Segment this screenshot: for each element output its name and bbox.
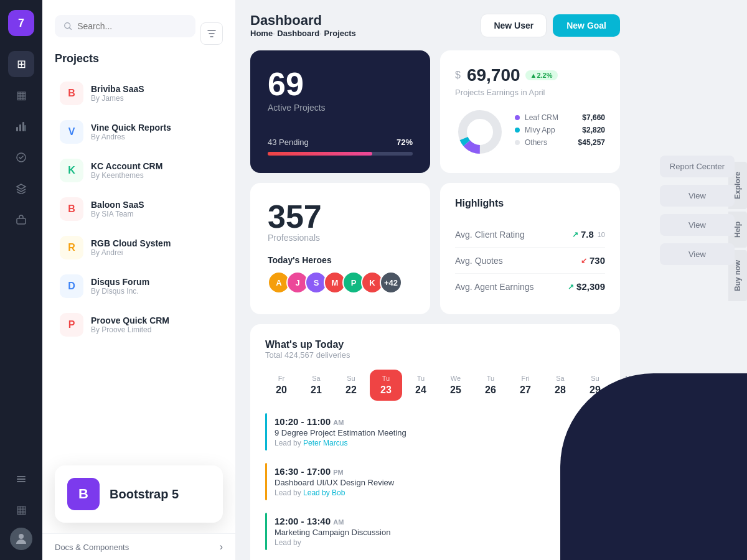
event-item: 12:00 - 13:40 AM Marketing Campaign Disc… [265, 513, 605, 550]
calendar-days[interactable]: Fr 20 Sa 21 Su 22 Tu 23 Tu 24 We 25 Tu 2… [265, 370, 605, 401]
new-user-button[interactable]: New User [481, 14, 547, 37]
sidebar-item-tasks[interactable] [8, 144, 34, 170]
day-name: Mo [621, 375, 635, 382]
svg-rect-7 [17, 478, 26, 480]
project-item[interactable]: B Briviba SaaS By James [55, 75, 223, 111]
calendar-day[interactable]: Fri 27 [509, 370, 542, 401]
view-button-3[interactable]: View [660, 243, 735, 265]
highlights-card: Highlights Avg. Client Rating ↗ 7.810 Av… [440, 183, 620, 314]
bottom-bar[interactable]: Docs & Components › [42, 533, 235, 560]
project-by: By Proove Limited [91, 325, 169, 334]
bottom-arrow-icon: › [220, 541, 223, 553]
project-icon: P [60, 313, 83, 337]
project-name: Baloon SaaS [91, 200, 144, 210]
hero-avatar: +42 [380, 271, 402, 294]
highlight-label: Avg. Client Rating [455, 230, 525, 240]
sidebar-item-briefcase[interactable] [8, 207, 34, 233]
event-lead-link[interactable]: Peter Marcus [303, 439, 347, 447]
day-number: 25 [447, 385, 464, 396]
project-info: KC Account CRM By Keenthemes [91, 161, 162, 180]
calendar-day[interactable]: Su 29 [579, 370, 611, 401]
sidebar-item-layers[interactable] [8, 175, 34, 202]
progress-bar-fill [268, 152, 372, 156]
calendar-day[interactable]: Tu 23 [370, 370, 402, 401]
view-button-1[interactable]: View [660, 185, 735, 207]
legend-value: $45,257 [578, 138, 605, 147]
project-icon: R [60, 236, 83, 259]
user-avatar[interactable] [10, 528, 32, 550]
events-list: 10:20 - 11:00 AM 9 Degree Project Estima… [265, 413, 605, 550]
project-icon: D [60, 274, 83, 298]
calendar-day[interactable]: Sa 28 [544, 370, 576, 401]
svg-rect-8 [17, 481, 26, 482]
search-input[interactable] [77, 21, 187, 31]
day-number: 28 [552, 385, 569, 396]
highlight-row: Avg. Quotes ↙ 730 [455, 248, 605, 274]
calendar-day[interactable]: Fr 20 [265, 370, 298, 401]
day-number: 26 [482, 385, 499, 396]
legend-dot [515, 115, 520, 120]
progress-pct: 72% [397, 138, 413, 147]
legend-name: Leaf CRM [515, 113, 558, 122]
new-goal-button[interactable]: New Goal [553, 14, 620, 37]
highlight-label: Avg. Quotes [455, 256, 503, 266]
day-name: Fr [273, 375, 290, 382]
calendar-day[interactable]: Su 22 [335, 370, 367, 401]
sidebar-item-settings[interactable] [8, 465, 34, 492]
sidebar-item-projects[interactable]: ⊞ [8, 51, 34, 77]
highlight-value: ↙ 730 [581, 255, 605, 266]
day-number: 24 [412, 385, 430, 396]
day-number: 22 [342, 385, 360, 396]
event-ampm: AM [333, 518, 344, 526]
event-ampm: PM [333, 469, 344, 476]
calendar-day[interactable]: Tu 24 [405, 370, 437, 401]
calendar-day[interactable]: Tu 26 [474, 370, 507, 401]
highlight-value: ↗ 7.810 [572, 229, 605, 240]
project-info: RGB Cloud System By Andrei [91, 238, 171, 257]
event-time: 12:00 - 13:40 AM [275, 516, 605, 526]
day-number: 27 [517, 385, 534, 396]
earnings-dollar: $ [455, 70, 461, 81]
svg-rect-3 [24, 125, 26, 131]
report-center-button[interactable]: Report Cecnter [660, 156, 735, 177]
legend-item: Leaf CRM $7,660 [515, 113, 605, 122]
professionals-label: Professionals [268, 233, 413, 243]
event-time: 16:30 - 17:00 PM [275, 466, 605, 477]
sidebar-item-analytics[interactable] [8, 113, 34, 139]
project-icon: B [60, 197, 83, 221]
project-info: Proove Quick CRM By Proove Limited [91, 315, 169, 334]
project-item[interactable]: R RGB Cloud System By Andrei [55, 230, 223, 266]
project-by: By Keenthemes [91, 171, 162, 180]
day-number: 23 [377, 385, 395, 396]
project-name: Proove Quick CRM [91, 315, 169, 325]
highlights-title: Highlights [455, 198, 605, 209]
project-item[interactable]: D Disqus Forum By Disqus Inc. [55, 268, 223, 304]
day-name: Fri [517, 375, 534, 382]
project-item[interactable]: B Baloon SaaS By SIA Team [55, 191, 223, 227]
active-projects-card: 69 Active Projects 43 Pending 72% [250, 50, 430, 173]
day-number: 29 [586, 385, 604, 396]
svg-point-9 [19, 534, 24, 539]
right-sidebar: Explore Help Buy now Report Cecnter View… [635, 0, 747, 560]
calendar-day[interactable]: Sa 21 [300, 370, 332, 401]
event-border [265, 463, 267, 500]
calendar-day[interactable]: We 25 [439, 370, 472, 401]
day-name: Tu [377, 375, 395, 382]
day-name: Sa [308, 375, 325, 382]
calendar-day[interactable]: Mo 30 [614, 370, 635, 401]
filter-button[interactable] [200, 22, 223, 45]
view-button-2[interactable]: View [660, 214, 735, 236]
project-item[interactable]: K KC Account CRM By Keenthemes [55, 152, 223, 189]
trend-up-icon: ↗ [568, 282, 574, 291]
calendar-subtitle: Total 424,567 deliveries [265, 350, 605, 360]
project-by: By SIA Team [91, 210, 144, 218]
sidebar-item-grid[interactable]: ▦ [8, 82, 34, 108]
event-lead-link[interactable]: Lead by Bob [303, 488, 345, 497]
highlight-row: Avg. Agent Earnings ↗ $2,309 [455, 274, 605, 299]
highlight-value: ↗ $2,309 [568, 281, 605, 292]
docs-link[interactable]: Docs & Components [55, 543, 129, 552]
sidebar-item-widgets[interactable]: ▦ [8, 497, 34, 523]
project-icon: V [60, 120, 83, 144]
project-item[interactable]: V Vine Quick Reports By Andres [55, 114, 223, 150]
project-item[interactable]: P Proove Quick CRM By Proove Limited [55, 307, 223, 343]
